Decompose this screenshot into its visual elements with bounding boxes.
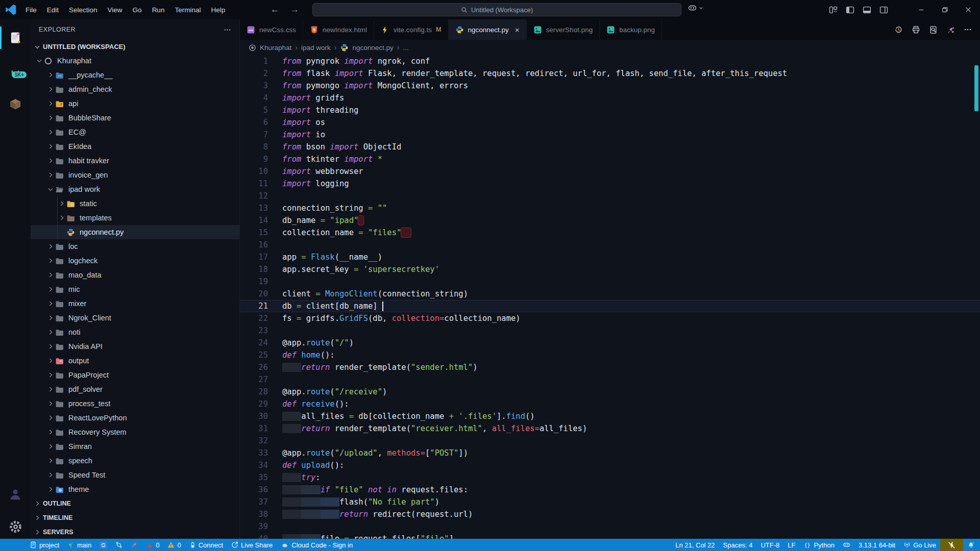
code-line-38[interactable]: 38 return redirect(request.url) xyxy=(240,508,980,520)
status-sync-icon[interactable] xyxy=(95,539,111,551)
menu-help[interactable]: Help xyxy=(206,4,230,16)
activity-item-explorer[interactable] xyxy=(0,24,31,51)
line-number[interactable]: 8 xyxy=(240,141,268,153)
tab-vite-config-ts[interactable]: vite.config.tsM xyxy=(374,19,448,40)
status-utf-8[interactable]: UTF-8 xyxy=(756,539,783,551)
more-actions-icon[interactable] xyxy=(224,26,231,34)
code-line-6[interactable]: 6import os xyxy=(240,116,980,129)
line-number[interactable]: 27 xyxy=(240,373,268,386)
tree-item-mic[interactable]: mic xyxy=(31,282,239,296)
status-ln-21-col-22[interactable]: Ln 21, Col 22 xyxy=(671,539,719,551)
code-line-33[interactable]: 33@app.route("/upload", methods=["POST"]… xyxy=(240,447,980,459)
code-line-1[interactable]: 1from pyngrok import ngrok, conf xyxy=(240,55,980,67)
copilot-button[interactable] xyxy=(688,4,703,12)
code-line-17[interactable]: 17app = Flask(__name__) xyxy=(240,251,980,263)
line-number[interactable]: 33 xyxy=(240,447,268,459)
tree-item-reactlovepython[interactable]: ReactLovePython xyxy=(31,411,239,425)
code-line-13[interactable]: 13connection_string = "" xyxy=(240,202,980,214)
menu-go[interactable]: Go xyxy=(128,4,147,16)
line-number[interactable]: 20 xyxy=(240,288,268,300)
line-number[interactable]: 6 xyxy=(240,116,268,129)
section-servers[interactable]: SERVERS xyxy=(31,525,239,539)
menu-edit[interactable]: Edit xyxy=(42,4,64,16)
customize-layout-icon[interactable] xyxy=(829,6,838,14)
code-line-9[interactable]: 9from tkinter import * xyxy=(240,153,980,165)
status-rocket-icon[interactable] xyxy=(127,539,142,551)
menu-view[interactable]: View xyxy=(103,4,128,16)
line-number[interactable]: 40 xyxy=(240,533,268,539)
code-line-8[interactable]: 8from bson import ObjectId xyxy=(240,141,980,153)
line-number[interactable]: 28 xyxy=(240,386,268,398)
code-line-27[interactable]: 27 xyxy=(240,373,980,386)
status-lightning-off-icon[interactable] xyxy=(940,539,963,551)
history-icon[interactable] xyxy=(894,26,903,34)
print-icon[interactable] xyxy=(912,26,920,34)
command-center[interactable]: Untitled (Workspace) xyxy=(312,3,681,16)
status-go-live[interactable]: Go Live xyxy=(899,539,940,551)
line-number[interactable]: 1 xyxy=(240,55,268,67)
code-line-35[interactable]: 35 try: xyxy=(240,471,980,484)
tree-item-recovery-system[interactable]: Recovery System xyxy=(31,425,239,439)
tab-servershot-png[interactable]: serverShot.png xyxy=(527,19,600,40)
line-number[interactable]: 38 xyxy=(240,508,268,520)
tree-item-static[interactable]: static xyxy=(31,196,239,211)
line-number[interactable]: 35 xyxy=(240,471,268,484)
line-number[interactable]: 4 xyxy=(240,92,268,104)
line-number[interactable]: 30 xyxy=(240,410,268,422)
line-number[interactable]: 3 xyxy=(240,80,268,92)
close-icon[interactable] xyxy=(957,0,980,19)
section-timeline[interactable]: TIMELINE xyxy=(31,511,239,525)
tree-item-ekidea[interactable]: EkIdea xyxy=(31,139,239,154)
code-line-23[interactable]: 23 xyxy=(240,324,980,337)
status-bell-icon[interactable] xyxy=(963,539,979,551)
activity-item-settings[interactable] xyxy=(0,513,31,540)
tree-item-admin-check[interactable]: admin_check xyxy=(31,82,239,96)
line-number[interactable]: 12 xyxy=(240,190,268,202)
code-line-18[interactable]: 18app.secret_key = 'supersecretkey' xyxy=(240,263,980,276)
code-line-14[interactable]: 14db_name = "ipad" xyxy=(240,214,980,227)
status-cloud-code-sign-in[interactable]: Cloud Code - Sign in xyxy=(277,539,357,551)
toggle-panel-icon[interactable] xyxy=(863,6,871,14)
status-git-compare-icon[interactable] xyxy=(111,539,127,551)
line-number[interactable]: 21 xyxy=(240,300,268,312)
tree-item-speech[interactable]: speech xyxy=(31,454,239,468)
line-number[interactable]: 22 xyxy=(240,312,268,324)
breadcrumb-item[interactable]: ... xyxy=(403,44,408,52)
menu-run[interactable]: Run xyxy=(147,4,170,16)
code-line-5[interactable]: 5import threading xyxy=(240,104,980,116)
code-line-15[interactable]: 15collection_name = "files" xyxy=(240,227,980,239)
line-number[interactable]: 31 xyxy=(240,422,268,435)
line-number[interactable]: 19 xyxy=(240,276,268,288)
line-number[interactable]: 24 xyxy=(240,337,268,349)
line-number[interactable]: 10 xyxy=(240,165,268,178)
tree-item-pycache[interactable]: __pycache__ xyxy=(31,68,239,82)
status-3-13-1-64-bit[interactable]: 3.13.1 64-bit xyxy=(854,539,899,551)
breadcrumb-item[interactable]: ipad work xyxy=(301,44,331,52)
line-number[interactable]: 26 xyxy=(240,361,268,373)
tree-item-ec[interactable]: EC@ xyxy=(31,125,239,139)
code-line-12[interactable]: 12 xyxy=(240,190,980,202)
status-spaces-4[interactable]: Spaces: 4 xyxy=(719,539,757,551)
code-line-20[interactable]: 20client = MongoClient(connection_string… xyxy=(240,288,980,300)
scrollbar-thumb[interactable] xyxy=(974,65,978,111)
tree-item-ipad-work[interactable]: ipad work xyxy=(31,182,239,196)
status-connect[interactable]: Connect xyxy=(185,539,227,551)
line-number[interactable]: 17 xyxy=(240,251,268,263)
code-line-32[interactable]: 32 xyxy=(240,435,980,447)
tree-item-ngconnect-py[interactable]: ngconnect.py xyxy=(31,225,239,239)
line-number[interactable]: 36 xyxy=(240,484,268,496)
status-project[interactable]: project xyxy=(26,539,63,551)
run-code-icon[interactable] xyxy=(946,26,955,34)
tree-item-khuraphat[interactable]: Khuraphat xyxy=(31,54,239,68)
line-number[interactable]: 18 xyxy=(240,263,268,276)
tree-item-output[interactable]: output xyxy=(31,354,239,368)
status-0[interactable]: 0 xyxy=(163,539,185,551)
workspace-section-header[interactable]: UNTITLED (WORKSPACE) xyxy=(31,40,239,54)
tree-item-habit-travker[interactable]: habit travker xyxy=(31,154,239,168)
activity-item-extensions[interactable]: 1K+ xyxy=(0,59,31,86)
menu-terminal[interactable]: Terminal xyxy=(169,4,206,16)
restore-icon[interactable] xyxy=(933,0,957,19)
code-line-40[interactable]: 40 file = request.files["file"] xyxy=(240,533,980,539)
toggle-primary-sidebar-icon[interactable] xyxy=(846,6,854,14)
line-number[interactable]: 14 xyxy=(240,214,268,227)
